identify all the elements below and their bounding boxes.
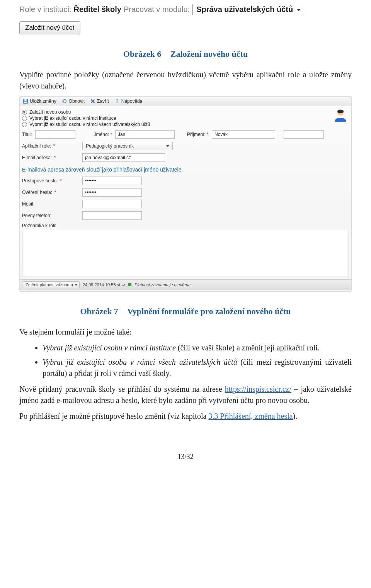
form-screenshot: Uložit změny Obnovit Zavřít ? Nápověda — [19, 96, 352, 292]
save-icon — [23, 99, 28, 104]
figure-caption-6: Obrázek 6 Založení nového účtu — [19, 49, 352, 59]
label-password-confirm: Ověření hesla: * — [22, 190, 80, 195]
input-email[interactable]: jan.novak@xxxmail.cz — [82, 153, 165, 162]
header-bar: Role v instituci: Ředitel školy Pracovat… — [19, 4, 352, 15]
paragraph-1: Vyplňte povinné položky (označené červen… — [19, 69, 352, 92]
paragraph-2: Ve stejném formuláři je možné také: — [19, 326, 352, 338]
label-prijmeni: Příjmení: * — [187, 132, 209, 137]
label-jmeno: Jméno: * — [94, 132, 112, 137]
label-mobile: Mobil: — [22, 201, 80, 207]
input-jmeno[interactable]: Jan — [115, 130, 175, 139]
input-password[interactable]: ••••••• — [82, 177, 142, 185]
module-dropdown[interactable]: Správa uživatelských účtů — [192, 4, 304, 15]
input-titul[interactable] — [35, 130, 75, 139]
link-inspis[interactable]: https://inspis.csicr.cz/ — [225, 385, 291, 393]
label-email: E-mail adresa: * — [22, 155, 80, 160]
row-names: Titul: Jméno: * Jan Příjmení: * Novák — [20, 129, 351, 140]
refresh-icon — [62, 99, 67, 104]
input-mobile[interactable] — [82, 200, 142, 208]
input-prijmeni[interactable]: Novák — [212, 130, 275, 139]
input-phone[interactable] — [82, 211, 142, 220]
radio-new-person[interactable]: Založit novou osobu — [22, 109, 349, 115]
svg-rect-2 — [24, 99, 26, 101]
label-phone: Pevný telefon: — [22, 213, 80, 218]
label-password: Přístupové heslo: * — [22, 178, 80, 184]
row-email: E-mail adresa: * jan.novak@xxxmail.cz — [20, 152, 351, 163]
input-password-confirm[interactable]: ••••••• — [82, 188, 142, 197]
role-value: Ředitel školy — [74, 5, 121, 14]
svg-rect-1 — [24, 102, 27, 103]
toolbar-help-button[interactable]: ? Nápověda — [113, 98, 146, 105]
radio-existing-institution[interactable]: Vybrat již existující osobu v rámci inst… — [22, 116, 349, 121]
help-icon: ? — [114, 99, 120, 104]
email-hint: E-mailová adresa zároveň slouží jako při… — [20, 163, 351, 175]
bullet-2: Vybrat již existující osobu v rámci všec… — [43, 357, 352, 379]
row-mobile: Mobil: — [20, 198, 351, 210]
radio-icon — [22, 110, 27, 115]
input-titul-after[interactable] — [284, 130, 324, 139]
status-validity-button[interactable]: Změnit platnost záznamu — [22, 281, 80, 288]
row-role: Aplikační role: * Pedagogický pracovník — [20, 140, 351, 152]
paragraph-4: Po přihlášení je možné přístupové heslo … — [19, 411, 352, 422]
label-note: Poznámka k roli: — [22, 223, 80, 228]
row-phone: Pevný telefon: — [20, 210, 351, 221]
row-password: Přístupové heslo: * ••••••• — [20, 175, 351, 187]
paragraph-3: Nově přidaný pracovník školy se přihlásí… — [19, 384, 352, 406]
radio-icon — [22, 122, 27, 127]
radio-icon — [22, 116, 27, 121]
create-account-button[interactable]: Založit nový účet — [19, 21, 80, 34]
toolbar-close-button[interactable]: Zavřít — [88, 98, 112, 105]
status-green-icon — [128, 283, 131, 286]
toolbar-refresh-button[interactable]: Obnovit — [60, 98, 88, 105]
toolbar-save-button[interactable]: Uložit změny — [21, 98, 60, 105]
row-note: Poznámka k roli: — [20, 221, 351, 230]
svg-text:?: ? — [116, 99, 118, 104]
module-label: Pracovat v modulu: — [124, 5, 190, 14]
label-role: Aplikační role: * — [22, 143, 80, 149]
page-number: 13/32 — [19, 453, 352, 461]
row-password-confirm: Ověření hesla: * ••••••• — [20, 187, 351, 198]
figure-caption-7: Obrázek 7 Vyplnění formuláře pro založen… — [19, 306, 352, 316]
select-role[interactable]: Pedagogický pracovník — [82, 142, 173, 150]
role-label: Role v instituci: — [19, 5, 71, 14]
module-value: Správa uživatelských účtů — [196, 5, 293, 14]
link-chapter-3-3[interactable]: 3.3 Přihlášení, změna hesla — [208, 412, 293, 420]
label-titul: Titul: — [22, 132, 32, 137]
radio-existing-all[interactable]: Vybrat již existující osobu v rámci všec… — [22, 122, 349, 127]
status-timestamp: 24.09.2014 10:55 st -> — [83, 282, 125, 287]
bullet-list: Vybrat již existující osobu v rámci inst… — [19, 342, 352, 379]
form-toolbar: Uložit změny Obnovit Zavřít ? Nápověda — [20, 97, 351, 106]
radio-group: Založit novou osobu Vybrat již existujíc… — [20, 106, 351, 129]
textarea-note[interactable] — [22, 230, 349, 277]
status-bar: Změnit platnost záznamu 24.09.2014 10:55… — [20, 279, 351, 290]
avatar-icon — [334, 108, 347, 122]
close-icon — [90, 99, 95, 104]
bullet-1: Vybrat již existující osobu v rámci inst… — [43, 342, 352, 353]
status-message: Platnost záznamu je otevřena. — [134, 282, 192, 287]
